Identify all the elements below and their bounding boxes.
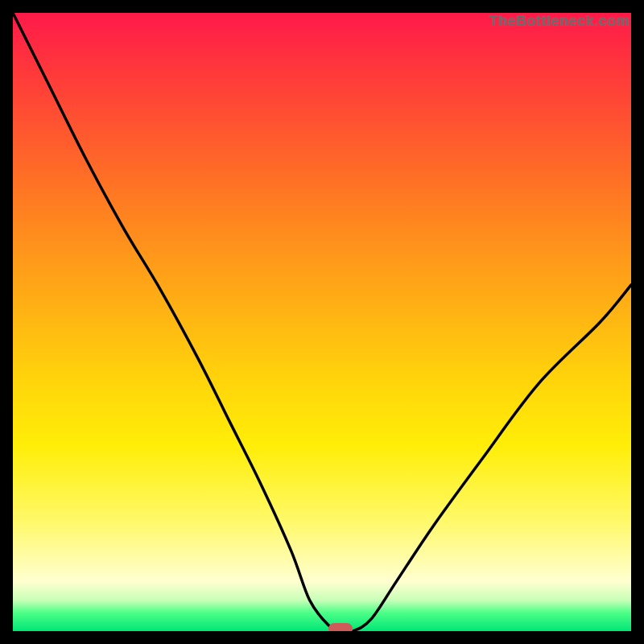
curve-svg bbox=[13, 13, 631, 631]
plot-area: TheBottleneck.com bbox=[13, 13, 631, 631]
bottleneck-curve bbox=[13, 13, 631, 631]
attribution-label: TheBottleneck.com bbox=[489, 13, 630, 30]
chart-frame: TheBottleneck.com bbox=[0, 0, 644, 644]
optimal-marker bbox=[328, 623, 353, 631]
